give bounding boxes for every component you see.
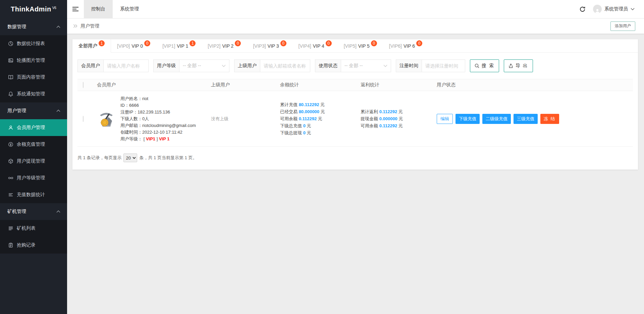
- tab-prefix: [VIP3]: [253, 43, 266, 49]
- user-avatar: [97, 109, 116, 128]
- edit-button[interactable]: 编辑: [437, 114, 453, 124]
- sidebar-item-member-users[interactable]: 会员用户管理: [0, 119, 67, 136]
- sidebar-item-label: 充值数据统计: [17, 192, 45, 198]
- sidebar-item-balance-recharge[interactable]: 余额充值管理: [0, 136, 67, 153]
- stat-label: 累计充值: [280, 102, 298, 107]
- tab-vip0[interactable]: [VIP0] VIP 0 0: [111, 39, 156, 52]
- balance-stats-cell: 累计充值 80.112292 元 已经交易 80.000000 元 可用余额 0…: [279, 101, 360, 136]
- col-header-parent: 上级用户: [210, 82, 279, 88]
- menu-toggle-button[interactable]: [67, 0, 84, 18]
- register-time-input[interactable]: [422, 59, 465, 72]
- chevron-up-icon: [56, 210, 60, 213]
- stat-value: 0.112292: [299, 116, 317, 121]
- export-button[interactable]: 导 出: [504, 59, 533, 72]
- sidebar-item-label: 抢购记录: [17, 242, 36, 248]
- parent-user-cell: 没有上级: [210, 116, 279, 122]
- sidebar-group-label: 数据管理: [7, 24, 26, 30]
- refresh-button[interactable]: [579, 6, 586, 12]
- per-page-select[interactable]: 20: [123, 153, 137, 162]
- tab-vip5[interactable]: [VIP5] VIP 5 0: [338, 39, 383, 52]
- app-window: ThinkAdmin V6 数据管理 数据统计报表 轮播图片管理 页面内容管理 …: [0, 0, 644, 314]
- topbar-tab-console[interactable]: 控制台: [84, 0, 113, 18]
- detail-label: 用户邮箱：: [120, 123, 142, 128]
- tab-prefix: [VIP6]: [389, 43, 402, 49]
- stat-unit: 元: [320, 102, 325, 107]
- pagination-suffix: 条，共 1 页当前显示第 1 页。: [139, 155, 197, 161]
- usage-status-select[interactable]: -- 全部 --: [341, 59, 391, 72]
- sidebar-item-withdrawal[interactable]: 用户提现管理: [0, 153, 67, 170]
- filter-user-level: 用户等级 -- 全部 --: [153, 59, 229, 72]
- subordinate-count-value: 0人: [142, 116, 149, 121]
- add-user-button[interactable]: 添加用户: [610, 21, 635, 31]
- sidebar-item-notifications[interactable]: 系统通知管理: [0, 86, 67, 102]
- filter-parent-user: 上级用户: [234, 59, 310, 72]
- tab-prefix: [VIP2]: [208, 43, 220, 49]
- sidebar-item-user-level[interactable]: 用户等级管理: [0, 170, 67, 186]
- tab-badge: 0: [280, 40, 286, 46]
- sidebar-item-page-content[interactable]: 页面内容管理: [0, 69, 67, 86]
- cube-icon: [8, 159, 13, 164]
- tab-prefix: [VIP4]: [299, 43, 311, 49]
- detail-label: 下级人数：: [120, 116, 142, 121]
- stat-label: 提现金额: [361, 116, 378, 121]
- chevron-up-icon: [56, 109, 60, 112]
- image-icon: [8, 58, 13, 63]
- level3-recharge-button[interactable]: 三级充值: [514, 114, 538, 124]
- tab-vip4[interactable]: [VIP4] VIP 4 0: [292, 39, 338, 52]
- stat-value: 0: [303, 123, 306, 128]
- sidebar: ThinkAdmin V6 数据管理 数据统计报表 轮播图片管理 页面内容管理 …: [0, 0, 67, 314]
- username-label: 系统管理员: [604, 6, 628, 12]
- level2-recharge-button[interactable]: 二级级充值: [482, 114, 511, 124]
- filter-usage-status: 使用状态 -- 全部 --: [315, 59, 391, 72]
- row-checkbox[interactable]: [83, 116, 84, 122]
- stat-unit: 元: [307, 130, 311, 135]
- filter-member-user: 会员用户: [77, 59, 149, 72]
- topbar-tab-system[interactable]: 系统管理: [113, 0, 146, 18]
- sidebar-item-recharge-stats[interactable]: 充值数据统计: [0, 186, 67, 203]
- sub-recharge-button[interactable]: 下级充值: [455, 114, 480, 124]
- user-icon: [8, 125, 13, 130]
- select-all-checkbox[interactable]: [83, 82, 84, 88]
- sidebar-item-carousel[interactable]: 轮播图片管理: [0, 52, 67, 69]
- topbar-tab-label: 控制台: [91, 6, 105, 12]
- stat-value: 0.000000: [379, 116, 397, 121]
- chevron-down-icon: [631, 8, 635, 10]
- sidebar-item-label: 数据统计报表: [17, 41, 45, 47]
- chart-pie-icon: [8, 41, 13, 46]
- sidebar-item-miner-list[interactable]: 矿机列表: [0, 220, 67, 237]
- sidebar-group-users[interactable]: 用户管理: [0, 102, 67, 119]
- account-menu[interactable]: 系统管理员: [593, 5, 635, 13]
- sidebar-group-miners[interactable]: 矿机管理: [0, 203, 67, 220]
- sidebar-item-label: 轮播图片管理: [17, 57, 45, 63]
- tab-badge: 1: [190, 40, 196, 46]
- member-name-input[interactable]: [103, 59, 149, 72]
- search-icon: [475, 63, 479, 68]
- user-name-value: riot: [142, 96, 148, 101]
- tab-vip3[interactable]: [VIP3] VIP 3 0: [247, 39, 292, 52]
- tab-badge: 0: [326, 40, 332, 46]
- tab-label: VIP 2: [222, 43, 233, 49]
- tab-all-users[interactable]: 全部用户 1: [72, 39, 111, 53]
- export-icon: [508, 63, 513, 68]
- tab-badge: 0: [235, 40, 241, 46]
- tab-prefix: [VIP0]: [117, 43, 130, 49]
- detail-label: 用户姓名：: [120, 96, 142, 101]
- search-button[interactable]: 搜 索: [470, 59, 499, 72]
- sidebar-group-data[interactable]: 数据管理: [0, 18, 67, 35]
- sidebar-item-purchase-records[interactable]: 抢购记录: [0, 237, 67, 254]
- content-area: 全部用户 1 [VIP0] VIP 0 0 [VIP1] VIP 1 1 [: [67, 34, 644, 314]
- parent-user-input[interactable]: [260, 59, 310, 72]
- freeze-button[interactable]: 冻 结: [540, 114, 559, 124]
- tab-vip1[interactable]: [VIP1] VIP 1 1: [156, 39, 202, 52]
- tab-badge: 0: [416, 40, 422, 46]
- tab-vip2[interactable]: [VIP2] VIP 2 0: [202, 39, 247, 52]
- user-level-select[interactable]: -- 全部 --: [179, 59, 229, 72]
- sidebar-item-label: 余额充值管理: [17, 141, 45, 147]
- logo-text: ThinkAdmin: [11, 5, 51, 13]
- tab-badge: 0: [144, 40, 150, 46]
- tab-vip6[interactable]: [VIP6] VIP 6 0: [383, 39, 428, 52]
- select-value: -- 全部 --: [183, 63, 201, 69]
- detail-label: 注册IP：: [120, 109, 138, 115]
- sidebar-item-data-report[interactable]: 数据统计报表: [0, 35, 67, 52]
- col-header-rebate: 返利统计: [360, 82, 436, 88]
